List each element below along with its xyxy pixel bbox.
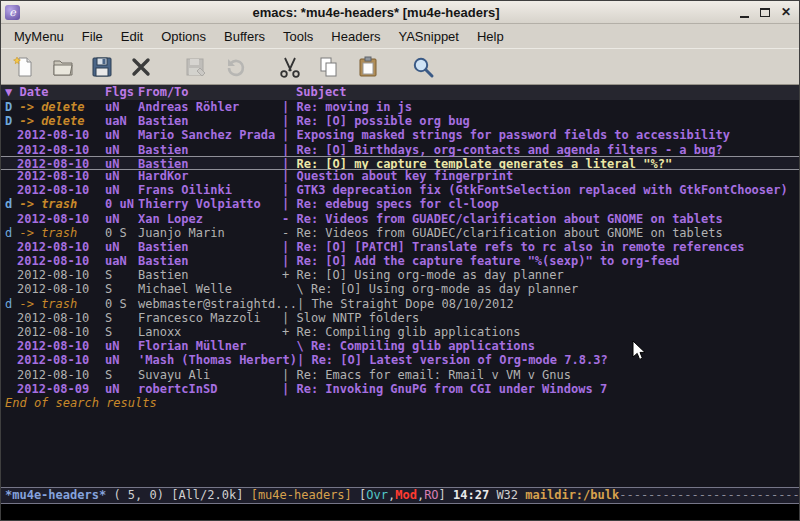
message-row[interactable]: 2012-08-10SSuvayu Ali| Re: Emacs for ema… xyxy=(1,368,799,382)
date-cell: 2012-08-10 xyxy=(1,157,105,169)
thread-prefix: - xyxy=(282,226,296,240)
date-cell: 2012-08-10 xyxy=(1,325,105,339)
search-button[interactable] xyxy=(408,52,438,82)
thread-prefix: + xyxy=(282,325,296,339)
message-row[interactable]: 2012-08-10uNBastien| Re: [O] [PATCH] Tra… xyxy=(1,240,799,254)
paste-icon xyxy=(356,55,380,79)
message-row[interactable]: 2012-08-10uaNBastien| Re: [O] Add the ca… xyxy=(1,254,799,268)
message-row[interactable]: d -> trash0 uNThierry Volpiatto| Re: ede… xyxy=(1,197,799,211)
date-cell: 2012-08-10 xyxy=(1,212,105,226)
new-file-button[interactable] xyxy=(9,52,39,82)
thread-prefix: | xyxy=(282,143,296,157)
close-button[interactable]: ✕ xyxy=(777,4,795,20)
from-cell: Juanjo Marin xyxy=(138,226,282,240)
open-file-icon xyxy=(51,55,75,79)
subject-cell: | The Straight Dope 08/10/2012 xyxy=(297,297,799,311)
subject-cell: - Re: Videos from GUADEC/clarification a… xyxy=(282,212,799,226)
date-cell: 2012-08-10 xyxy=(1,368,105,382)
subject-text: Re: [O] possible org bug xyxy=(296,114,469,128)
cut-button[interactable] xyxy=(275,52,305,82)
subject-cell: | Re: [O] my capture template generates … xyxy=(282,157,799,169)
message-row[interactable]: 2012-08-10uNBastien| Re: [O] Birthdays, … xyxy=(1,143,799,157)
menu-edit[interactable]: Edit xyxy=(112,26,152,47)
minimize-icon xyxy=(740,16,749,18)
subject-cell: | Re: [O] [PATCH] Translate refs to rc a… xyxy=(282,240,799,254)
message-row[interactable]: 2012-08-10uNFrans Oilinki| GTK3 deprecat… xyxy=(1,183,799,197)
column-header-flags[interactable]: Flgs xyxy=(105,85,138,100)
menu-tools[interactable]: Tools xyxy=(274,26,322,47)
message-row[interactable]: 2012-08-10uNHardKor| Question about key … xyxy=(1,169,799,183)
message-row[interactable]: 2012-08-09uNrobertcInSD| Re: Invoking Gn… xyxy=(1,382,799,396)
modeline-plain: W32 xyxy=(489,488,525,502)
thread-prefix: | xyxy=(282,100,296,114)
mode-line[interactable]: *mu4e-headers* ( 5, 0) [All/2.0k] [mu4e-… xyxy=(1,487,799,504)
subject-text: Re: [O] Add the capture feature "%(sexp)… xyxy=(296,254,679,268)
echo-area[interactable] xyxy=(1,504,799,520)
paste-button[interactable] xyxy=(353,52,383,82)
date-cell: 2012-08-10 xyxy=(1,254,105,268)
message-row[interactable]: 2012-08-10uNXan Lopez- Re: Videos from G… xyxy=(1,212,799,226)
column-header-date[interactable]: ▼ Date xyxy=(1,85,105,100)
from-cell: Bastien xyxy=(138,114,282,128)
flags-cell: uN xyxy=(105,143,138,157)
emacs-app-icon: e xyxy=(5,5,20,20)
mark-cell: d -> trash xyxy=(1,297,105,311)
save-as-button xyxy=(181,52,211,82)
message-row[interactable]: 2012-08-10SBastien+ Re: [O] Using org-mo… xyxy=(1,268,799,282)
menu-help[interactable]: Help xyxy=(468,26,513,47)
menu-mymenu[interactable]: MyMenu xyxy=(5,26,73,47)
mark-cell: D -> delete xyxy=(1,100,105,114)
message-row[interactable]: d -> trash0 Swebmaster@straightd...| The… xyxy=(1,297,799,311)
from-cell: Bastien xyxy=(138,268,282,282)
thread-prefix: | xyxy=(282,157,296,169)
mark-char: d xyxy=(5,197,12,211)
message-row[interactable]: 2012-08-10SFrancesco Mazzoli| Slow NNTP … xyxy=(1,311,799,325)
save-button[interactable] xyxy=(87,52,117,82)
menu-yasnippet[interactable]: YASnippet xyxy=(389,26,467,47)
message-row[interactable]: 2012-08-10uNMario Sanchez Prada| Exposin… xyxy=(1,128,799,142)
close-button[interactable] xyxy=(126,52,156,82)
thread-prefix: | xyxy=(282,183,296,197)
subject-text: Exposing masked strings for password fie… xyxy=(296,128,729,142)
column-header-from[interactable]: From/To xyxy=(138,85,282,100)
message-row-current[interactable]: 2012-08-10uNBastien| Re: [O] my capture … xyxy=(1,156,799,170)
message-row[interactable]: 2012-08-10SLanoxx+ Re: Compiling glib ap… xyxy=(1,325,799,339)
close-icon: ✕ xyxy=(781,4,791,20)
subject-text: GTK3 deprecation fix (GtkFontSelection r… xyxy=(296,183,787,197)
menu-options[interactable]: Options xyxy=(152,26,215,47)
message-row[interactable]: D -> deleteuNAndreas Röhler| Re: moving … xyxy=(1,100,799,114)
subject-cell: | Re: [O] Latest version of Org-mode 7.8… xyxy=(297,353,799,367)
modeline-mod: Mod xyxy=(395,488,417,502)
mark-cell: D -> delete xyxy=(1,114,105,128)
message-row[interactable]: d -> trash0 SJuanjo Marin- Re: Videos fr… xyxy=(1,226,799,240)
message-row[interactable]: 2012-08-10uNFlorian Müllner \ Re: Compil… xyxy=(1,339,799,353)
message-row[interactable]: 2012-08-10SMichael Welle \ Re: [O] Using… xyxy=(1,282,799,296)
copy-button[interactable] xyxy=(314,52,344,82)
subject-text: Re: Invoking GnuPG from CGI under Window… xyxy=(296,382,607,396)
mu4e-headers-buffer: ▼ Date Flgs From/To Subject D -> deleteu… xyxy=(1,85,799,487)
maximize-button[interactable] xyxy=(756,4,774,20)
menu-file[interactable]: File xyxy=(73,26,112,47)
menu-buffers[interactable]: Buffers xyxy=(215,26,274,47)
from-cell: Michael Welle xyxy=(138,282,282,296)
window-title: emacs: *mu4e-headers* [mu4e-headers] xyxy=(20,5,732,20)
column-header-subject[interactable]: Subject xyxy=(282,85,799,100)
thread-prefix: | xyxy=(282,368,296,382)
message-row[interactable]: D -> deleteuaNBastien| Re: [O] possible … xyxy=(1,114,799,128)
message-row[interactable]: 2012-08-10uN'Mash (Thomas Herbert)| Re: … xyxy=(1,353,799,367)
emacs-window: e emacs: *mu4e-headers* [mu4e-headers] ✕… xyxy=(0,0,800,521)
window-buttons: ✕ xyxy=(732,4,795,20)
date-cell: 2012-08-10 xyxy=(1,353,105,367)
open-file-button[interactable] xyxy=(48,52,78,82)
save-as-icon xyxy=(184,55,208,79)
date-cell: 2012-08-10 xyxy=(1,143,105,157)
subject-text: Re: Emacs for email: Rmail v VM v Gnus xyxy=(296,368,571,382)
minimize-button[interactable] xyxy=(735,4,753,20)
from-cell: Xan Lopez xyxy=(138,212,282,226)
mouse-cursor xyxy=(632,340,646,361)
thread-prefix: | xyxy=(282,197,296,211)
flags-cell: uN xyxy=(105,183,138,197)
save-icon xyxy=(90,55,114,79)
menu-headers[interactable]: Headers xyxy=(322,26,389,47)
subject-text: Re: Compiling glib applications xyxy=(296,325,520,339)
